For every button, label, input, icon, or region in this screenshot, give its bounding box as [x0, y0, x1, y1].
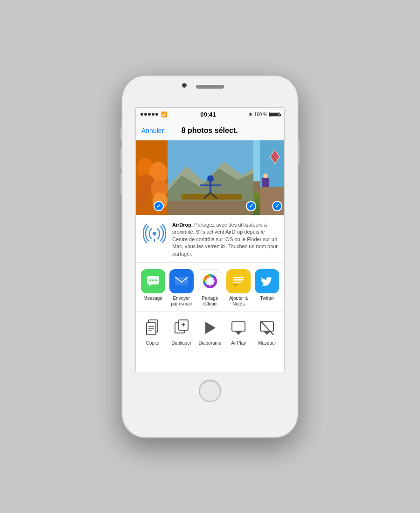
action-airplay[interactable]: AirPlay	[226, 318, 251, 346]
icloud-icon	[198, 269, 222, 293]
svg-point-22	[263, 173, 268, 178]
battery-percent: 100 %	[254, 112, 267, 117]
battery-icon	[269, 112, 280, 117]
diaporama-label: Diaporama	[199, 340, 222, 346]
svg-point-23	[153, 232, 156, 236]
copier-label: Copier	[146, 340, 160, 346]
svg-rect-18	[260, 187, 284, 215]
photo-check-pumpkins: ✓	[154, 201, 164, 211]
status-right: ✱ 100 %	[249, 112, 280, 117]
action-copier[interactable]: Copier	[141, 318, 165, 346]
icloud-label: Partage iCloud	[198, 296, 222, 307]
screen: 📶 09:41 ✱ 100 % Annuler 8 photos sélect.	[135, 107, 285, 372]
svg-marker-57	[205, 322, 216, 334]
diaporama-icon	[200, 318, 220, 338]
svg-rect-43	[233, 279, 244, 281]
volume-down-button	[120, 173, 122, 194]
phone-top	[122, 76, 298, 107]
bluetooth-icon: ✱	[249, 112, 252, 117]
status-time: 09:41	[200, 111, 216, 118]
airplay-icon	[228, 318, 249, 338]
svg-rect-42	[233, 277, 244, 278]
share-row: Message Envoyer par e-mail	[136, 263, 284, 312]
status-bar: 📶 09:41 ✱ 100 %	[136, 108, 284, 121]
action-diaporama[interactable]: Diaporama	[198, 318, 222, 346]
nav-bar: Annuler 8 photos sélect.	[136, 121, 284, 140]
twitter-icon	[255, 269, 279, 293]
svg-rect-44	[233, 282, 241, 283]
svg-rect-41	[231, 274, 245, 288]
mail-label: Envoyer par e-mail	[169, 296, 194, 307]
svg-rect-21	[262, 178, 269, 187]
svg-marker-59	[235, 331, 242, 335]
svg-marker-61	[263, 331, 271, 335]
svg-point-28	[155, 279, 157, 281]
action-dupliquer[interactable]: Dupliquer	[169, 318, 194, 346]
svg-point-40	[209, 280, 211, 283]
airdrop-description: AirDrop. Partagez avec des utilisateurs …	[172, 222, 278, 257]
svg-rect-45	[233, 284, 238, 285]
svg-rect-48	[147, 323, 156, 335]
photo-check-kite: ✓	[272, 201, 282, 211]
status-left: 📶	[140, 111, 168, 118]
masquer-icon	[257, 318, 277, 338]
photo-main[interactable]: ✓	[168, 140, 260, 215]
svg-marker-25	[149, 284, 152, 287]
share-notes[interactable]: Ajouter à Notes	[226, 269, 251, 307]
svg-point-5	[136, 190, 149, 207]
photo-kite[interactable]: ✓	[260, 140, 284, 215]
photo-pumpkins[interactable]: ✓	[136, 140, 168, 215]
mail-icon	[169, 269, 194, 293]
svg-point-27	[152, 279, 154, 281]
photo-strip: ✓	[136, 140, 284, 215]
share-mail[interactable]: Envoyer par e-mail	[169, 269, 194, 307]
share-twitter[interactable]: Twitter	[255, 269, 279, 307]
phone-frame: 📶 09:41 ✱ 100 % Annuler 8 photos sélect.	[121, 75, 299, 438]
message-icon	[141, 269, 165, 293]
masquer-label: Masquer	[258, 340, 276, 346]
wifi-icon: 📶	[161, 111, 168, 118]
power-button	[298, 141, 300, 164]
signal-icon	[140, 113, 158, 116]
svg-rect-10	[168, 201, 253, 215]
airplay-label: AirPlay	[231, 340, 246, 346]
airdrop-section: AirDrop. Partagez avec des utilisateurs …	[136, 215, 284, 263]
airdrop-icon	[142, 222, 167, 246]
front-camera	[182, 83, 187, 88]
phone-bottom	[199, 372, 221, 409]
photo-check-main: ✓	[246, 201, 256, 211]
cancel-button[interactable]: Annuler	[141, 127, 164, 134]
dupliquer-label: Dupliquer	[171, 340, 191, 346]
dupliquer-icon	[171, 318, 192, 338]
svg-rect-58	[232, 322, 245, 331]
svg-point-12	[207, 175, 214, 182]
share-icloud[interactable]: Partage iCloud	[198, 269, 222, 307]
svg-point-26	[149, 279, 151, 281]
notes-icon	[226, 269, 251, 293]
home-button[interactable]	[199, 380, 221, 402]
share-message[interactable]: Message	[141, 269, 165, 307]
copier-icon	[143, 318, 163, 338]
speaker	[196, 85, 224, 89]
notes-label: Ajouter à Notes	[226, 296, 251, 307]
message-label: Message	[143, 296, 162, 301]
mute-button	[120, 127, 122, 140]
twitter-label: Twitter	[260, 296, 274, 301]
action-row: Copier Dupliquer	[136, 312, 284, 350]
page-title: 8 photos sélect.	[182, 126, 238, 135]
volume-up-button	[120, 148, 122, 169]
action-masquer[interactable]: Masquer	[255, 318, 279, 346]
